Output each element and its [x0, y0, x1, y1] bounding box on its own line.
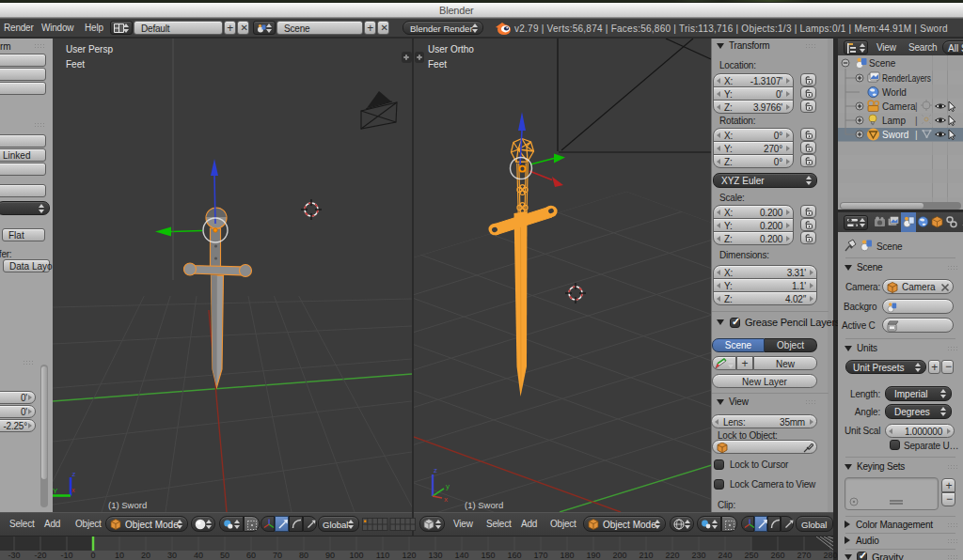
- svg-text:RenderLayers: RenderLayers: [882, 73, 931, 84]
- svg-text:Y: Y: [53, 487, 58, 495]
- svg-text:Lamp: Lamp: [882, 116, 906, 126]
- svg-text:|: |: [915, 116, 918, 126]
- svg-text:y: y: [446, 482, 450, 490]
- svg-text:World: World: [882, 87, 907, 98]
- svg-text:|: |: [915, 101, 918, 112]
- svg-text:User Persp: User Persp: [66, 44, 113, 54]
- svg-text:z: z: [434, 466, 437, 474]
- svg-text:(1) Sword: (1) Sword: [108, 500, 147, 510]
- svg-text:x: x: [71, 487, 75, 493]
- svg-text:(1) Sword: (1) Sword: [465, 500, 503, 510]
- svg-text:Sword: Sword: [882, 130, 908, 140]
- svg-text:Feet: Feet: [66, 59, 85, 70]
- svg-text:x: x: [444, 495, 448, 504]
- svg-text:z: z: [72, 470, 76, 478]
- svg-text:Feet: Feet: [428, 59, 447, 70]
- svg-text:Camera: Camera: [882, 101, 916, 112]
- svg-text:|: |: [915, 130, 918, 140]
- svg-text:Scene: Scene: [869, 58, 896, 69]
- svg-text:User Ortho: User Ortho: [428, 44, 474, 54]
